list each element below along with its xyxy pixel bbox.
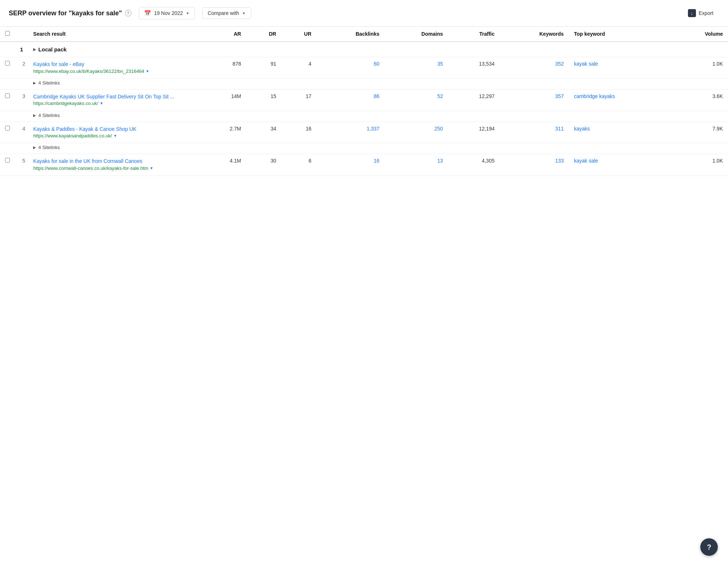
table-row: 2 Kayaks for sale - eBay https://www.eba… — [0, 57, 728, 79]
table-body: 1 ▶ Local pack 2 Kayaks for sale - eBay … — [0, 42, 728, 176]
table-header-row: Search result AR DR UR Backlinks Domains — [0, 27, 728, 42]
local-pack-checkbox-cell — [0, 42, 15, 57]
sitelinks-checkbox-cell — [0, 111, 15, 122]
row-top-keyword[interactable]: cambridge kayaks — [569, 89, 672, 111]
row-checkbox-cell[interactable] — [0, 89, 15, 111]
result-url[interactable]: https://www.ebay.co.uk/b/Kayaks/36122/bn… — [33, 68, 198, 75]
row-checkbox[interactable] — [5, 93, 10, 98]
row-domains[interactable]: 13 — [385, 154, 448, 176]
title-text: SERP overview for "kayaks for sale" — [9, 9, 122, 17]
url-dropdown-icon[interactable]: ▼ — [100, 101, 103, 106]
local-pack-rank: 1 — [15, 42, 28, 57]
page-title: SERP overview for "kayaks for sale" ? — [9, 9, 131, 17]
row-search-result: Kayaks for sale - eBay https://www.ebay.… — [28, 57, 203, 79]
serp-table-container: Search result AR DR UR Backlinks Domains — [0, 27, 728, 176]
sitelinks-expand[interactable]: ▶ 4 Sitelinks — [33, 145, 723, 150]
result-url[interactable]: https://www.cornwall-canoes.co.uk/kayaks… — [33, 165, 198, 172]
table-row: 4 Kayaks & Paddles - Kayak & Canoe Shop … — [0, 122, 728, 143]
row-ur: 6 — [281, 154, 316, 176]
sitelinks-cell: ▶ 4 Sitelinks — [28, 78, 728, 89]
result-url[interactable]: https://cambridgekayaks.co.uk/▼ — [33, 100, 198, 107]
sitelinks-cell: ▶ 4 Sitelinks — [28, 111, 728, 122]
sitelinks-label-text: 4 Sitelinks — [38, 80, 60, 86]
col-header-keywords: Keywords — [500, 27, 569, 42]
sitelinks-arrow-icon: ▶ — [33, 113, 36, 117]
col-header-dr: DR — [246, 27, 282, 42]
result-title[interactable]: Kayaks for sale - eBay — [33, 61, 198, 68]
result-title[interactable]: Kayaks for sale in the UK from Cornwall … — [33, 158, 198, 165]
col-header-volume: Volume — [672, 27, 728, 42]
date-chevron-icon: ▼ — [186, 11, 189, 15]
row-checkbox[interactable] — [5, 126, 10, 130]
row-backlinks[interactable]: 1,337 — [316, 122, 385, 143]
sitelinks-checkbox-cell — [0, 143, 15, 154]
col-header-checkbox — [0, 27, 15, 42]
date-label: 19 Nov 2022 — [154, 10, 183, 16]
row-traffic: 13,534 — [448, 57, 500, 79]
row-rank: 4 — [15, 122, 28, 143]
row-checkbox[interactable] — [5, 158, 10, 163]
sitelinks-expand[interactable]: ▶ 4 Sitelinks — [33, 80, 723, 86]
local-pack-expand[interactable]: ▶ Local pack — [33, 46, 723, 52]
compare-with-button[interactable]: Compare with ▼ — [202, 7, 251, 19]
row-ar: 4.1M — [203, 154, 246, 176]
sitelinks-row: ▶ 4 Sitelinks — [0, 111, 728, 122]
row-ur: 4 — [281, 57, 316, 79]
row-top-keyword[interactable]: kayak sale — [569, 57, 672, 79]
sitelinks-expand[interactable]: ▶ 4 Sitelinks — [33, 113, 723, 118]
date-picker-button[interactable]: 📅 19 Nov 2022 ▼ — [139, 7, 195, 19]
url-dropdown-icon[interactable]: ▼ — [146, 69, 149, 74]
row-checkbox-cell[interactable] — [0, 122, 15, 143]
col-header-backlinks: Backlinks — [316, 27, 385, 42]
result-url[interactable]: https://www.kayaksandpaddles.co.uk/▼ — [33, 133, 198, 139]
row-top-keyword[interactable]: kayak sale — [569, 154, 672, 176]
row-keywords[interactable]: 352 — [500, 57, 569, 79]
sitelinks-arrow-icon: ▶ — [33, 145, 36, 149]
row-backlinks[interactable]: 16 — [316, 154, 385, 176]
row-search-result: Kayaks for sale in the UK from Cornwall … — [28, 154, 203, 176]
compare-label: Compare with — [208, 10, 239, 16]
export-button[interactable]: ↓ Export — [682, 7, 719, 20]
row-backlinks[interactable]: 60 — [316, 57, 385, 79]
row-domains[interactable]: 250 — [385, 122, 448, 143]
serp-table: Search result AR DR UR Backlinks Domains — [0, 27, 728, 176]
url-dropdown-icon[interactable]: ▼ — [113, 133, 117, 138]
row-backlinks[interactable]: 86 — [316, 89, 385, 111]
result-title[interactable]: Kayaks & Paddles - Kayak & Canoe Shop UK — [33, 126, 198, 133]
row-search-result: Kayaks & Paddles - Kayak & Canoe Shop UK… — [28, 122, 203, 143]
row-checkbox[interactable] — [5, 61, 10, 66]
row-dr: 15 — [246, 89, 282, 111]
sitelinks-arrow-icon: ▶ — [33, 81, 36, 85]
select-all-checkbox[interactable] — [5, 31, 10, 36]
sitelinks-label-text: 4 Sitelinks — [38, 113, 60, 118]
row-ar: 14M — [203, 89, 246, 111]
title-help-icon[interactable]: ? — [125, 10, 131, 16]
row-dr: 91 — [246, 57, 282, 79]
row-domains[interactable]: 52 — [385, 89, 448, 111]
row-ur: 17 — [281, 89, 316, 111]
row-keywords[interactable]: 133 — [500, 154, 569, 176]
row-ur: 16 — [281, 122, 316, 143]
row-checkbox-cell[interactable] — [0, 154, 15, 176]
local-pack-title: Local pack — [38, 46, 67, 52]
row-search-result: Cambridge Kayaks UK Supplier Fast Delive… — [28, 89, 203, 111]
row-keywords[interactable]: 357 — [500, 89, 569, 111]
local-pack-row: 1 ▶ Local pack — [0, 42, 728, 57]
url-dropdown-icon[interactable]: ▼ — [150, 166, 153, 171]
row-rank: 3 — [15, 89, 28, 111]
sitelinks-checkbox-cell — [0, 78, 15, 89]
col-header-top-keyword: Top keyword — [569, 27, 672, 42]
row-ar: 878 — [203, 57, 246, 79]
row-rank: 2 — [15, 57, 28, 79]
sitelinks-row: ▶ 4 Sitelinks — [0, 143, 728, 154]
sitelinks-label-text: 4 Sitelinks — [38, 145, 60, 150]
col-header-ar: AR — [203, 27, 246, 42]
result-title[interactable]: Cambridge Kayaks UK Supplier Fast Delive… — [33, 93, 198, 101]
row-checkbox-cell[interactable] — [0, 57, 15, 79]
row-top-keyword[interactable]: kayaks — [569, 122, 672, 143]
page-header: SERP overview for "kayaks for sale" ? 📅 … — [0, 0, 728, 27]
col-header-ur: UR — [281, 27, 316, 42]
row-keywords[interactable]: 311 — [500, 122, 569, 143]
row-ar: 2.7M — [203, 122, 246, 143]
row-domains[interactable]: 35 — [385, 57, 448, 79]
